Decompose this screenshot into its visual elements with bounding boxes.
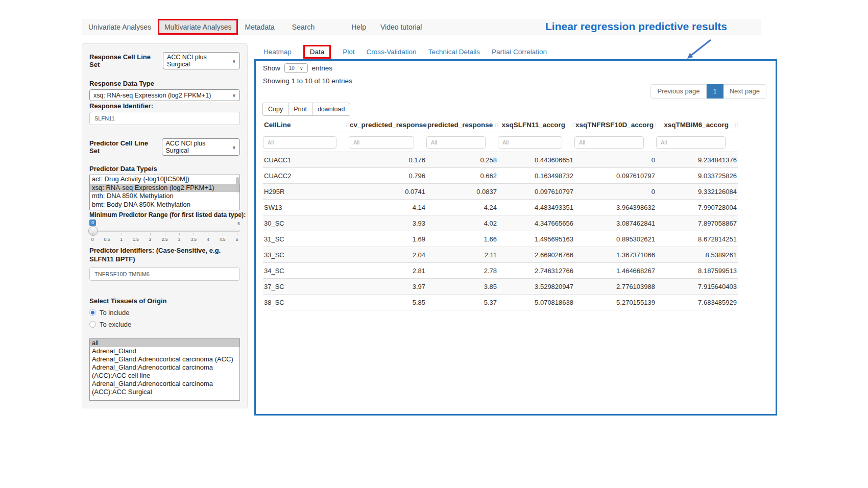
tab-partial-correlation[interactable]: Partial Correlation [492,48,547,56]
copy-button[interactable]: Copy [262,103,288,116]
tab-technical-details[interactable]: Technical Details [428,48,480,56]
predictor-data-type-option[interactable]: xsq: RNA-seq Expression (log2 FPKM+1) [90,184,239,192]
table-cell: 33_SC [263,247,349,263]
table-cell: 0.662 [426,168,498,184]
previous-page-button[interactable]: Previous page [650,84,706,99]
slider-tick-mark [150,233,151,235]
sort-icon[interactable]: ↓↑ [494,121,498,128]
table-cell: 1.464668267 [574,263,656,279]
table-head: CellLine↓↑cv_predicted_response↓↑predict… [263,117,738,152]
slider-tick-mark [194,233,194,235]
tissue-option[interactable]: Adrenal_Gland:Adrenocortical carcinoma (… [90,363,239,380]
column-filter-input[interactable] [263,136,336,149]
scrollbar-thumb[interactable] [236,177,239,192]
table-cell: 9.234841376 [656,152,738,168]
current-page-button[interactable]: 1 [707,84,724,99]
app-canvas: Univariate AnalysesMultivariate Analyses… [0,0,868,488]
column-filter-input[interactable] [426,136,486,149]
table-cell: 3.85 [426,279,498,295]
chevron-down-icon: ∨ [232,92,236,98]
tissue-option[interactable]: all [90,339,239,347]
nav-item-video-tutorial[interactable]: Video tutorial [374,19,428,35]
predictor-data-type-option[interactable]: mth: DNA 850K Methylation [90,192,239,201]
column-header-cellline[interactable]: CellLine↓↑ [263,117,349,133]
table-row: 31_SC1.691.661.4956951630.8953026218.672… [263,231,738,247]
predictor-identifiers-label: Predictor Identifiers: (Case-Sensitive, … [89,246,240,263]
table-row: CUACC10.1760.2580.44360665109.234841376 [263,152,738,168]
table-cell: 0.097610797 [574,168,656,184]
tab-heatmap[interactable]: Heatmap [263,48,292,56]
pagination: Previous page 1 Next page [650,84,766,99]
predictor-identifiers-input[interactable] [89,267,240,281]
tab-plot[interactable]: Plot [343,48,354,56]
tissue-origin-radio-to-include[interactable]: To include [89,309,240,316]
response-identifier-label: Response Identifier: [89,102,240,110]
entries-per-page-select[interactable]: 10 ∨ [284,63,308,73]
predictor-cell-line-set-select[interactable]: ACC NCI plus Surgical ∨ [162,138,240,156]
sort-icon[interactable]: ↓↑ [423,121,427,128]
show-label: Show [263,64,280,72]
column-header-predicted-response[interactable]: predicted_response↓↑ [426,117,498,133]
column-filter-cell [574,133,656,152]
slider-tick-label: 3.5 [190,237,197,242]
slider-tick-mark [165,233,165,235]
tissue-listbox[interactable]: allAdrenal_GlandAdrenal_Gland:Adrenocort… [89,338,240,401]
table-cell: 3.97 [349,279,426,295]
slider-max-label: 5 [237,221,240,226]
column-header-cv-predicted-response[interactable]: cv_predicted_response↓↑ [349,117,426,133]
nav-item-metadata[interactable]: Metadata [238,19,281,35]
tissue-option[interactable]: Adrenal_Gland:Adrenocortical carcinoma (… [90,380,239,396]
table-row: 34_SC2.812.782.7463127661.4646682678.187… [263,263,738,279]
nav-item-multivariate-analyses[interactable]: Multivariate Analyses [158,19,238,35]
nav-item-search[interactable]: Search [285,19,321,35]
sort-icon[interactable]: ↓↑ [571,121,575,128]
tab-data[interactable]: Data [303,45,331,59]
tissue-option[interactable]: Adrenal_Gland:Adrenocortical carcinoma (… [90,355,239,363]
slider-track[interactable] [89,230,240,232]
tab-cross-validation[interactable]: Cross-Validation [367,48,417,56]
min-predictor-range-slider[interactable]: 0 5 00.511.522.533.544.55 [89,219,240,245]
column-header-label: xsqTNFRSF10D_accorg [575,121,654,129]
column-filter-input[interactable] [498,136,562,149]
table-cell: 1.495695163 [498,231,574,247]
response-cell-line-set-select[interactable]: ACC NCI plus Surgical ∨ [163,52,240,69]
column-header-xsqslfn11-accorg[interactable]: xsqSLFN11_accorg↓↑ [498,117,574,133]
nav-item-univariate-analyses[interactable]: Univariate Analyses [82,19,158,35]
sort-icon[interactable]: ↓↑ [345,121,349,128]
table-cell: 4.24 [426,200,498,215]
table-cell: 9.033725826 [656,168,738,184]
tissue-option[interactable]: Adrenal_Gland [90,347,239,355]
column-filter-input[interactable] [574,136,644,149]
chevron-down-icon: ∨ [232,144,236,150]
slider-value-label: 0 [89,219,96,226]
column-header-xsqtnfrsf10d-accorg[interactable]: xsqTNFRSF10D_accorg↓↑ [574,117,656,133]
column-filter-cell [263,133,349,152]
response-identifier-input[interactable] [89,112,240,125]
annotation-title: Linear regression predictive results [545,20,727,33]
slider-tick-label: 1 [120,237,123,242]
slider-tick-label: 4.5 [220,237,226,242]
column-filter-input[interactable] [656,136,726,149]
column-header-xsqtmbim6-accorg[interactable]: xsqTMBIM6_accorg↓↑ [656,117,738,133]
table-cell: 0 [574,152,656,168]
predictor-data-type-option[interactable]: bmt: Body DNA 850K Methylation [90,201,239,209]
next-page-button[interactable]: Next page [724,84,766,99]
sort-icon[interactable]: ↓↑ [734,121,738,128]
table-row: 33_SC2.042.112.6690267661.3673710668.538… [263,247,738,263]
table-cell: H295R [263,184,349,200]
download-button[interactable]: download [312,103,351,116]
column-filter-input[interactable] [349,136,414,149]
table-cell: 5.270155139 [574,295,656,310]
predictor-data-types-listbox[interactable]: act: Drug Activity (-log10[IC50M])xsq: R… [89,175,240,210]
tissue-origin-radio-to-exclude[interactable]: To exclude [89,321,240,328]
table-cell: 2.11 [426,247,498,263]
table-cell: CUACC2 [263,168,349,184]
predictor-data-type-option[interactable]: act: Drug Activity (-log10[IC50M]) [90,175,239,184]
nav-item-help[interactable]: Help [345,19,373,35]
table-cell: 4.14 [349,200,426,215]
print-button[interactable]: Print [288,103,312,116]
table-cell: 2.78 [426,263,498,279]
table-cell: 2.04 [349,247,426,263]
response-data-type-select[interactable]: xsq: RNA-seq Expression (log2 FPKM+1) ∨ [89,89,240,101]
sort-icon[interactable]: ↓↑ [653,121,657,128]
